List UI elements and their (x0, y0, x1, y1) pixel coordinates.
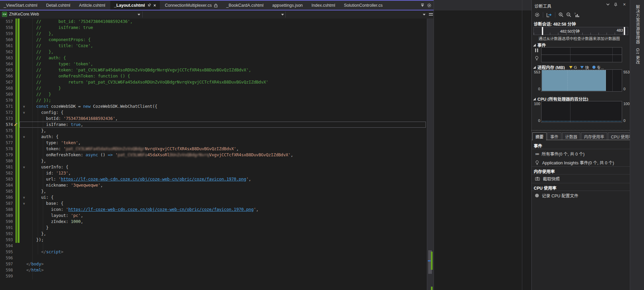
panel-splitter[interactable] (532, 130, 630, 131)
close-icon[interactable]: × (623, 2, 626, 7)
tab-SolutionController.cs[interactable]: SolutionController.cs (340, 1, 386, 10)
code-line-599[interactable]: 599 (0, 273, 427, 279)
code-line-559[interactable]: 559 // }, (0, 31, 427, 37)
code-line-597[interactable]: 597</body> (0, 261, 427, 267)
all-events-link[interactable]: »» 所有事件(0 个, 共 0 个) (535, 151, 628, 157)
type-dropdown-caret-icon[interactable] (281, 14, 284, 15)
code-line-568[interactable]: 568 // } (0, 85, 427, 91)
detail-tab-内存使用率[interactable]: 内存使用率 (581, 132, 607, 140)
code-line-573[interactable]: 573 botId: '7534738641688592436', (0, 116, 427, 122)
code-line-585[interactable]: 585 }, (0, 188, 427, 194)
navbar-separator (285, 11, 286, 18)
tab-Index.cshtml[interactable]: Index.cshtml (308, 1, 339, 10)
timeline-left-handle[interactable] (542, 27, 543, 35)
code-line-561[interactable]: 561 // title: 'Coze', (0, 43, 427, 49)
code-line-587[interactable]: 587v base: { (0, 200, 427, 206)
code-line-557[interactable]: 557 // bot_id: '7534738041088592436', (0, 19, 427, 25)
panel-menu-chevron-icon[interactable] (606, 3, 610, 6)
editor-scrollbar[interactable] (427, 19, 433, 290)
code-line-560[interactable]: 560 // componentProps: { (0, 37, 427, 43)
detail-tab-事件[interactable]: 事件 (547, 132, 561, 140)
code-editor[interactable]: 557 // bot_id: '7534738041088592436',558… (0, 19, 427, 290)
take-snapshot-link[interactable]: 截取快照 (535, 175, 628, 182)
fold-collapse-icon[interactable]: v (22, 103, 26, 109)
code-line-577[interactable]: 577 type: 'token', (0, 140, 427, 146)
counter-chart-icon[interactable]: ? (574, 12, 579, 18)
code-line-586[interactable]: 586v ui: { (0, 194, 427, 200)
app-insights-link[interactable]: Application Insights 事件(0 个, 共 0 个) (535, 159, 628, 166)
zoom-in-icon[interactable] (558, 12, 564, 18)
code-line-574[interactable]: 574 isIframe: true, (0, 122, 427, 128)
code-line-571[interactable]: 571v const cozeWebSDK = new CozeWebSDK.W… (0, 103, 427, 109)
code-line-584[interactable]: 584 nickname: '3qweqweqwe', (0, 182, 427, 188)
fold-collapse-icon[interactable]: v (22, 194, 26, 200)
code-line-589[interactable]: 589 layout: 'pc', (0, 213, 427, 219)
fold-collapse-icon[interactable]: v (22, 164, 26, 170)
fold-collapse-icon[interactable]: v (22, 134, 26, 140)
code-line-567[interactable]: 567 // return 'pat_pat_CV3LW6Fa45daXsoRD… (0, 79, 427, 85)
code-line-595[interactable]: 595 </script> (0, 249, 427, 255)
code-line-594[interactable]: 594 (0, 243, 427, 249)
project-dropdown[interactable]: ZhiKeCore.Web (9, 12, 39, 17)
code-line-579[interactable]: 579 onRefreshToken: async () => 'pat_CV3… (0, 152, 427, 158)
expander-icon[interactable] (533, 44, 536, 46)
code-line-569[interactable]: 569 // } (0, 91, 427, 97)
fold-collapse-icon[interactable]: v (22, 200, 26, 206)
expander-icon[interactable] (533, 66, 536, 69)
code-line-575[interactable]: 575 }, (0, 128, 427, 134)
code-line-562[interactable]: 562 // }, (0, 49, 427, 55)
tab-list-dropdown-icon[interactable] (421, 4, 424, 7)
code-line-583[interactable]: 583 url: 'https://lf-coze-web-cdn.coze.c… (0, 176, 427, 182)
line-number: 587 (0, 200, 13, 206)
code-line-593[interactable]: 593 }); (0, 237, 427, 243)
tab-Detail.cshtml[interactable]: Detail.cshtml (42, 1, 74, 10)
code-line-591[interactable]: 591 } (0, 225, 427, 231)
line-number: 594 (0, 243, 13, 249)
code-line-590[interactable]: 590 zIndex: 1000, (0, 219, 427, 225)
code-line-581[interactable]: 581v userInfo: { (0, 164, 427, 170)
code-line-580[interactable]: 580 }, (0, 158, 427, 164)
tab-appsettings.json[interactable]: appsettings.json (268, 1, 306, 10)
fold-collapse-icon[interactable]: v (22, 109, 26, 116)
code-line-572[interactable]: 572v config: { (0, 109, 427, 116)
code-line-566[interactable]: 566 // onRefreshToken: function () { (0, 73, 427, 79)
code-line-565[interactable]: 565 // token: 'pat_CV3LW6Fa45daXsoRDUnZv… (0, 67, 427, 73)
timeline-ruler[interactable]: 482:50分钟 483 (533, 27, 628, 35)
tab-ConnectionMultiplexer.cs[interactable]: ConnectionMultiplexer.cs (161, 1, 221, 10)
tab-options-gear-icon[interactable] (427, 3, 432, 8)
code-line-576[interactable]: 576v auth: { (0, 134, 427, 140)
tab-_ViewStart.cshtml[interactable]: _ViewStart.cshtml (0, 1, 41, 10)
solution-explorer-vertical-tab[interactable]: 解决方案资源管理器 (634, 3, 641, 46)
expander-icon[interactable] (533, 98, 536, 100)
tab-_Layout.cshtml[interactable]: _Layout.cshtml× (110, 1, 160, 10)
tab-_BookCardA.cshtml[interactable]: _BookCardA.cshtml (223, 1, 267, 10)
code-line-578[interactable]: 578 token: 'pat_CV3LW6Fa45daXsoRDUnZvVoQ… (0, 146, 427, 152)
timeline-right-handle[interactable] (624, 27, 625, 35)
code-text: // } (26, 86, 61, 91)
detail-tab-摘要[interactable]: 摘要 (532, 132, 547, 140)
pin-tab-icon[interactable] (147, 3, 151, 7)
code-line-596[interactable]: 596 (0, 255, 427, 261)
code-line-588[interactable]: 588 icon: 'https://lf-coze-web-cdn.coze.… (0, 206, 427, 213)
code-line-598[interactable]: 598</html> (0, 267, 427, 273)
code-line-592[interactable]: 592 }, (0, 231, 427, 237)
project-dropdown-caret-icon[interactable] (138, 14, 140, 15)
code-line-570[interactable]: 570 // }); (0, 97, 427, 103)
code-line-582[interactable]: 582 id: '123', (0, 170, 427, 176)
detail-tab-计数器[interactable]: 计数器 (562, 132, 580, 140)
tab-Artitcle.cshtml[interactable]: Artitcle.cshtml (75, 1, 109, 10)
code-text: // onRefreshToken: function () { (26, 73, 130, 78)
code-line-558[interactable]: 558 // isIframe: true (0, 25, 427, 31)
close-tab-icon[interactable]: × (153, 3, 156, 8)
member-dropdown-caret-icon[interactable] (423, 14, 426, 15)
divider (532, 166, 630, 167)
split-window-handle[interactable] (429, 12, 433, 17)
settings-gear-icon[interactable] (534, 12, 540, 18)
pin-icon[interactable] (614, 3, 618, 7)
code-line-563[interactable]: 563 // auth: { (0, 55, 427, 61)
record-cpu-profile-link[interactable]: 记录 CPU 配置文件 (535, 192, 628, 199)
export-icon[interactable] (546, 12, 552, 18)
code-line-564[interactable]: 564 // type: 'token', (0, 61, 427, 67)
git-changes-vertical-tab[interactable]: Git 更改 (634, 46, 641, 67)
zoom-out-icon[interactable] (566, 12, 572, 18)
